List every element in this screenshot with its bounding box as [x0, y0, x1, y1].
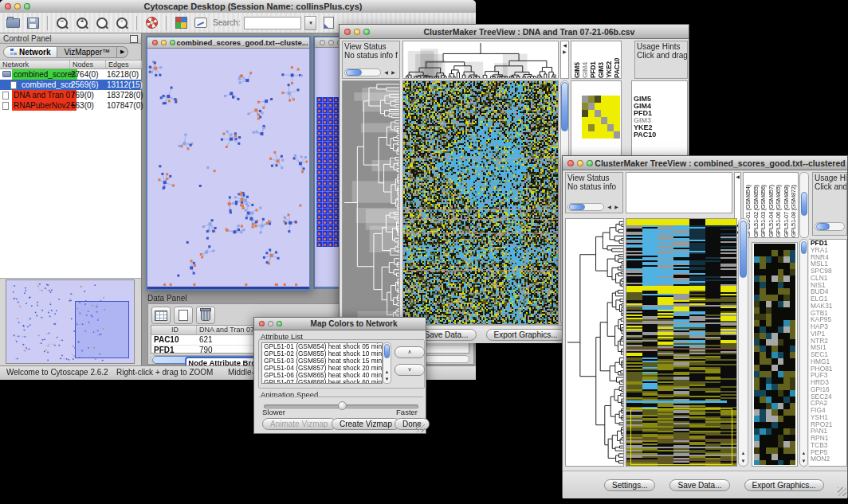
column-label[interactable]: GIM5: [573, 41, 581, 78]
column-label[interactable]: PAC10: [613, 41, 621, 78]
tv2-hints-scrollbar[interactable]: [815, 222, 845, 231]
scroll-right-icon[interactable]: ▶: [613, 204, 620, 210]
scroll-left-icon[interactable]: ◀: [734, 174, 741, 180]
zoom-in-button[interactable]: +: [74, 16, 90, 30]
scroll-left-icon[interactable]: ◀: [561, 42, 568, 49]
column-label[interactable]: YKE2: [605, 41, 613, 78]
col-network[interactable]: Network: [0, 61, 70, 68]
minimize-icon[interactable]: [328, 40, 334, 45]
zoom-window-icon[interactable]: [363, 29, 370, 35]
tv2-export-graphics-button[interactable]: Export Graphics...: [744, 479, 824, 491]
scroll-down-icon[interactable]: ▼: [383, 376, 391, 382]
slider-thumb[interactable]: [338, 401, 347, 410]
attribute-browser-button[interactable]: [320, 16, 336, 30]
tab-overflow-button[interactable]: ▶: [117, 46, 128, 58]
scroll-down-icon[interactable]: ▼: [800, 458, 807, 464]
network-row[interactable]: RNAPuberNov2+563(0)107847(0): [0, 100, 141, 111]
column-label[interactable]: GIM4: [581, 41, 589, 78]
save-button[interactable]: [25, 16, 41, 30]
close-icon[interactable]: [344, 29, 351, 35]
global-heatmap-canvas[interactable]: [403, 81, 558, 324]
tv1-status-scrollbar[interactable]: [344, 68, 381, 76]
net1-titlebar[interactable]: combined_scores_good.txt--cluste...: [147, 37, 309, 49]
network-view-window[interactable]: combined_scores_good.txt--cluste...: [146, 36, 311, 291]
close-icon[interactable]: [567, 160, 574, 166]
select-attributes-button[interactable]: [151, 307, 171, 324]
scroll-right-icon[interactable]: ▶: [390, 69, 397, 76]
help-button[interactable]: [143, 16, 159, 30]
column-label[interactable]: GPL51-04 (GSM857): [768, 173, 775, 237]
move-up-button[interactable]: ∧: [395, 346, 425, 358]
zoom-out-button[interactable]: −: [54, 16, 70, 30]
create-vizmap-button[interactable]: Create Vizmap: [332, 418, 400, 430]
gene-label[interactable]: PAC10: [632, 131, 687, 139]
delete-attribute-button[interactable]: [196, 307, 215, 324]
close-icon[interactable]: [5, 3, 11, 10]
search-input[interactable]: [244, 17, 301, 29]
float-panel-icon[interactable]: [130, 35, 138, 43]
attribute-item[interactable]: GPL51-07 (GSM868) heat shock 60 min: [262, 379, 382, 384]
col-edges[interactable]: Edges: [106, 61, 142, 68]
minimize-icon[interactable]: [14, 3, 21, 10]
main-titlebar[interactable]: Cytoscape Desktop (Session Name: collins…: [0, 0, 476, 14]
tab-network[interactable]: Network: [3, 46, 57, 58]
zoom-fit-button[interactable]: ▫: [114, 16, 130, 30]
resize-grip[interactable]: [416, 424, 425, 432]
network-name[interactable]: DNA and Tran 07: [12, 90, 77, 100]
tv1-titlebar[interactable]: ClusterMaker TreeView : DNA and Tran 07-…: [340, 25, 689, 39]
row-dendrogram-canvas[interactable]: [343, 81, 399, 324]
network-name[interactable]: RNAPuberNov2+: [12, 100, 77, 111]
column-label[interactable]: GPL51-03 (GSM856): [760, 173, 768, 237]
tv1-heatmap-box[interactable]: [402, 80, 559, 325]
close-icon[interactable]: [259, 321, 265, 326]
tv2-titlebar[interactable]: ClusterMaker TreeView : combined_scores_…: [563, 156, 847, 170]
open-file-button[interactable]: [5, 16, 21, 30]
zoom-selected-button[interactable]: [94, 16, 110, 30]
row-dendrogram-canvas[interactable]: [566, 219, 623, 466]
tv1-export-graphics-button[interactable]: Export Graphics...: [486, 329, 566, 341]
minimize-icon[interactable]: [354, 29, 360, 35]
search-dropdown-button[interactable]: ▼: [304, 16, 316, 30]
scroll-right-icon[interactable]: ▶: [561, 49, 568, 55]
animate-vizmap-button[interactable]: Animate Vizmap: [262, 418, 336, 430]
attribute-list-scrollbar[interactable]: ▲ ▼: [383, 342, 391, 384]
network-graph-canvas[interactable]: [147, 49, 308, 287]
scroll-down-icon[interactable]: ▼: [740, 458, 747, 464]
tv2-heatmap-box[interactable]: [626, 218, 737, 467]
tv2-zoom-panel[interactable]: [752, 242, 798, 467]
tv2-row-dendrogram-box[interactable]: [565, 218, 624, 467]
zoom-window-icon[interactable]: [277, 321, 282, 326]
column-label[interactable]: GPL51-06 (GSM865): [775, 173, 783, 237]
column-label[interactable]: PFD1: [589, 41, 597, 78]
column-label[interactable]: GPL51-07 (GSM868): [783, 173, 791, 237]
vizmapper-button[interactable]: [173, 16, 189, 30]
scroll-up-icon[interactable]: ▲: [383, 369, 391, 375]
close-icon[interactable]: [320, 40, 325, 45]
tv1-row-dendrogram-box[interactable]: [342, 80, 400, 325]
column-dendrogram-canvas[interactable]: [403, 41, 558, 78]
minimize-icon[interactable]: [268, 321, 273, 326]
scroll-left-icon[interactable]: ◀: [606, 204, 613, 210]
network-row[interactable]: combined_sco2569(6)13112(15): [0, 80, 141, 90]
tv2-genelist-scrollbar[interactable]: ▲ ▼: [799, 239, 808, 467]
network-overview-panel[interactable]: [6, 279, 135, 364]
tv1-column-dendrogram-box[interactable]: [402, 41, 559, 79]
scroll-left-icon[interactable]: ◀: [383, 69, 390, 76]
gene-label[interactable]: MON2: [809, 455, 846, 463]
tab-vizmapper[interactable]: VizMapper™: [57, 46, 117, 58]
close-icon[interactable]: [152, 40, 158, 45]
zoom-heatmap-canvas[interactable]: [754, 244, 795, 465]
dialog-titlebar[interactable]: Map Colors to Network: [254, 318, 426, 330]
network-row[interactable]: DNA and Tran 07769(0)183728(0): [0, 90, 141, 100]
zoom-window-icon[interactable]: [170, 40, 175, 45]
overview-viewport-rect[interactable]: [75, 301, 129, 358]
tv2-vscrollbar[interactable]: ▲ ▼: [738, 218, 748, 467]
col-id[interactable]: ID: [151, 326, 197, 334]
column-label[interactable]: GPL51-02 (GSM855): [752, 173, 760, 237]
scroll-up-icon[interactable]: ▲: [800, 450, 807, 456]
tv2-status-scrollbar[interactable]: [567, 203, 604, 211]
col-nodes[interactable]: Nodes: [70, 61, 106, 68]
network-name[interactable]: combined_scores: [12, 69, 77, 80]
tv2-settings-button[interactable]: Settings...: [604, 479, 655, 491]
annotation-button[interactable]: [193, 16, 209, 30]
